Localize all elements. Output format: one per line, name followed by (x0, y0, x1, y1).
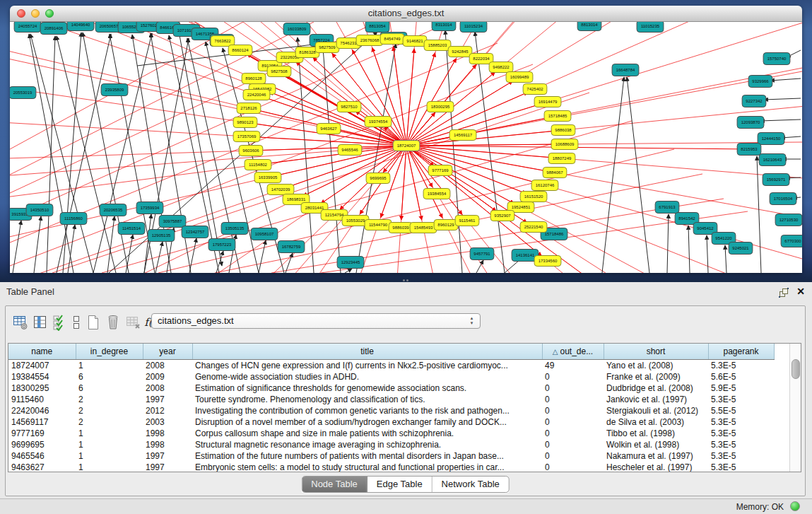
graph-node[interactable]: 20553019 (10, 87, 36, 99)
graph-node[interactable]: 9463627 (317, 124, 341, 134)
graph-node[interactable]: 9886038 (551, 125, 575, 136)
graph-node[interactable]: 7425402 (523, 84, 547, 95)
graph-node[interactable]: 9352907 (490, 211, 514, 221)
graph-node[interactable]: 8454749 (380, 34, 404, 45)
graph-node[interactable]: 16914479 (534, 97, 561, 107)
graph-node[interactable]: 14049640 (67, 22, 94, 31)
graph-node[interactable]: 9245021 (729, 243, 753, 255)
graph-node[interactable]: 15718485 (544, 111, 571, 122)
graph-node[interactable]: 8960128 (242, 74, 266, 84)
show-columns-icon[interactable] (31, 313, 49, 332)
column-header-out_degree[interactable]: △out_de... (542, 344, 604, 360)
graph-node[interactable]: 30975887 (159, 216, 186, 228)
graph-node[interactable]: 14569117 (449, 130, 476, 141)
graph-node[interactable]: 8222034 (469, 54, 493, 64)
graph-node[interactable]: 11015234 (460, 22, 487, 33)
select-all-icon[interactable] (51, 313, 69, 332)
table-row[interactable]: 1872400712008Changes of HCN gene express… (8, 360, 774, 372)
graph-node[interactable]: 11156860 (60, 213, 87, 225)
column-header-pagerank[interactable]: pagerank (708, 344, 774, 360)
graph-node[interactable]: 8313014 (432, 22, 456, 31)
table-row[interactable]: 1830029562008Estimation of significance … (8, 382, 774, 394)
network-canvas[interactable]: 2405572420891406140496402065065710655257… (10, 22, 802, 273)
delete-column-icon[interactable] (104, 313, 122, 332)
graph-node[interactable]: 17357069 (233, 132, 260, 142)
graph-node[interactable]: 8813014 (577, 22, 601, 31)
graph-node[interactable]: 8960129 (434, 220, 458, 230)
graph-node[interactable]: 9827510 (337, 102, 361, 112)
graph-node[interactable]: 16120746 (531, 180, 558, 191)
column-header-short[interactable]: short (604, 344, 708, 360)
table-row[interactable]: 1938455462009Genome-wide association stu… (8, 371, 774, 382)
graph-node[interactable]: 9699695 (366, 173, 390, 184)
tab-node-table[interactable]: Node Table (302, 477, 367, 492)
graph-node[interactable]: 16648784 (612, 64, 639, 76)
column-header-title[interactable]: title (192, 344, 542, 360)
close-window-button[interactable] (17, 9, 25, 18)
graph-node[interactable]: 9603606 (239, 146, 263, 156)
graph-node[interactable]: 17334560 (534, 256, 561, 267)
graph-node[interactable]: 18807249 (548, 153, 575, 164)
graph-node[interactable]: 9827508 (267, 66, 291, 77)
new-column-icon[interactable] (84, 313, 102, 332)
graph-node[interactable]: 11544790 (365, 220, 392, 230)
graph-node[interactable]: 15750740 (763, 53, 790, 65)
graph-node[interactable]: 17957223 (208, 239, 235, 251)
graph-node[interactable]: 10958107 (251, 228, 278, 240)
graph-node[interactable]: 12905135 (148, 230, 175, 242)
graph-node[interactable]: 9884067 (543, 168, 567, 178)
graph-node[interactable]: 11154802 (245, 160, 271, 170)
graph-node[interactable]: 10688609 (551, 139, 578, 150)
graph-node[interactable]: 23935809 (101, 84, 128, 96)
graph-node[interactable]: 9242845 (448, 47, 472, 57)
graph-node[interactable]: 2718126 (237, 103, 261, 114)
graph-node[interactable]: 19384554 (423, 189, 450, 199)
graph-node[interactable]: 9115461 (455, 216, 479, 226)
graph-node[interactable]: 9227342 (742, 95, 766, 107)
graph-node[interactable]: 9827509 (315, 42, 339, 53)
graph-node[interactable]: 8215953 (737, 144, 761, 156)
table-row[interactable]: 969969511998Structural magnetic resonanc… (8, 439, 774, 450)
graph-node[interactable]: 19374554 (365, 117, 392, 127)
zoom-window-button[interactable] (45, 9, 54, 18)
vertical-scrollbar[interactable] (789, 344, 801, 472)
graph-node[interactable]: 17359934 (136, 202, 163, 214)
graph-node[interactable]: 8660124 (228, 45, 252, 56)
graph-node[interactable]: 15692971 (763, 174, 789, 186)
graph-node[interactable]: 15485493 (410, 223, 437, 233)
graph-node[interactable]: 24055724 (14, 22, 41, 33)
graph-node[interactable]: 17016504 (770, 193, 796, 205)
graph-node[interactable]: 14702039 (267, 185, 294, 195)
table-row[interactable]: 946554611997Estimation of the future num… (8, 450, 774, 462)
graph-node[interactable]: 18724007 (393, 141, 420, 151)
graph-node[interactable]: 11015235 (637, 22, 664, 33)
graph-node[interactable]: 16033809 (283, 23, 310, 35)
graph-node[interactable]: 12923445 (337, 257, 364, 269)
delete-table-icon[interactable] (124, 313, 141, 332)
graph-node[interactable]: 13505135 (221, 223, 248, 235)
graph-node[interactable]: 9457791 (470, 248, 494, 260)
memory-ok-indicator-icon[interactable] (790, 501, 800, 511)
graph-node[interactable]: 9886039 (389, 223, 413, 233)
graph-node[interactable]: 14350510 (26, 204, 53, 216)
graph-node[interactable]: 12093870 (737, 117, 764, 129)
network-window-titlebar[interactable]: citations_edges.txt (10, 6, 802, 22)
column-header-name[interactable]: name (8, 344, 76, 360)
graph-node[interactable]: 9890123 (233, 117, 257, 128)
graph-node[interactable]: 9777169 (428, 165, 452, 176)
graph-node[interactable]: 22420046 (243, 90, 270, 100)
table-row[interactable]: 911546021997Tourette syndrome. Phenomeno… (8, 394, 774, 405)
table-selector-dropdown[interactable]: citations_edges.txt ▲▼ (151, 313, 481, 329)
graph-node[interactable]: 12342757 (182, 226, 208, 238)
graph-node[interactable]: 11451514 (118, 223, 145, 235)
table-settings-icon[interactable] (11, 313, 29, 332)
graph-node[interactable]: 12444150 (758, 133, 784, 145)
graph-node[interactable]: 6770300 (781, 235, 802, 247)
graph-node[interactable]: 9498222 (489, 62, 513, 73)
table-row[interactable]: 2242004622012Investigating the contribut… (8, 405, 774, 416)
column-header-year[interactable]: year (143, 344, 192, 360)
tab-network-table[interactable]: Network Table (433, 477, 509, 492)
graph-node[interactable]: 16339905 (254, 173, 281, 183)
table-row[interactable]: 1456911722003Disruption of a novel membe… (8, 416, 774, 428)
graph-node[interactable]: 9465546 (338, 145, 362, 156)
